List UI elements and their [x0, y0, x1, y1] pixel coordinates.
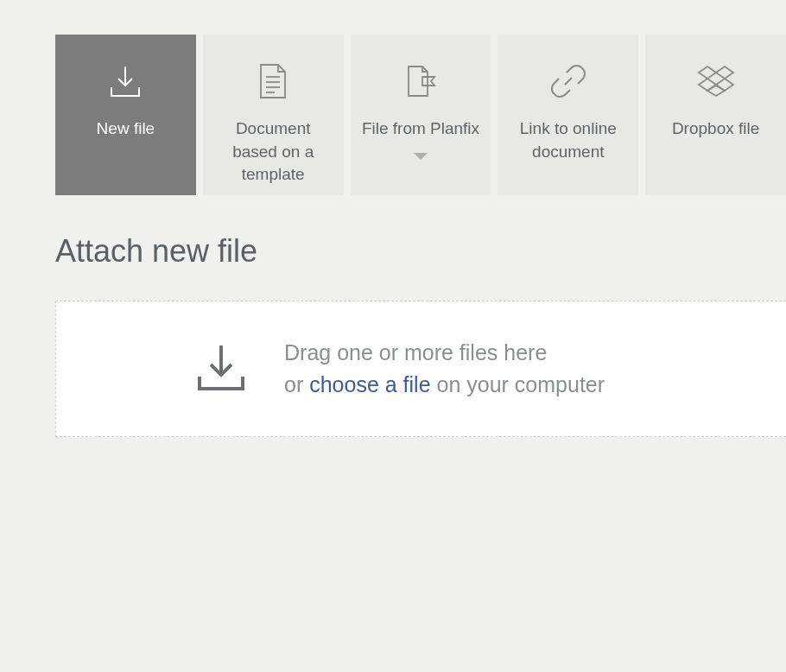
- tab-label: Dropbox file: [662, 117, 770, 141]
- content-area: Attach new file Drag one or more files h…: [0, 195, 786, 437]
- dropzone-text: Drag one or more files here or choose a …: [284, 337, 605, 402]
- page-title: Attach new file: [55, 233, 786, 269]
- choose-file-link[interactable]: choose a file: [309, 372, 430, 396]
- tab-label: Link to online document: [498, 117, 638, 163]
- tab-new-file[interactable]: New file: [55, 35, 196, 195]
- tabs-container: New file Document based on a template: [0, 0, 786, 195]
- file-flag-icon: [403, 60, 438, 102]
- tab-link-online-document[interactable]: Link to online document: [498, 35, 638, 195]
- download-icon: [194, 342, 248, 396]
- chevron-down-icon: [414, 149, 428, 165]
- tab-label: Document based on a template: [203, 117, 344, 187]
- document-icon: [257, 60, 288, 102]
- tab-dropbox-file[interactable]: Dropbox file: [645, 35, 786, 195]
- tab-label: File from Planfix: [352, 117, 490, 141]
- link-icon: [551, 60, 586, 102]
- dropzone-line2: or choose a file on your computer: [284, 369, 605, 402]
- tab-document-template[interactable]: Document based on a template: [203, 35, 344, 195]
- tab-file-from-planfix[interactable]: File from Planfix: [351, 35, 491, 195]
- file-dropzone[interactable]: Drag one or more files here or choose a …: [55, 301, 786, 437]
- tab-label: New file: [86, 117, 166, 141]
- dropzone-line1: Drag one or more files here: [284, 337, 605, 370]
- download-icon: [108, 60, 143, 102]
- dropbox-icon: [697, 60, 735, 102]
